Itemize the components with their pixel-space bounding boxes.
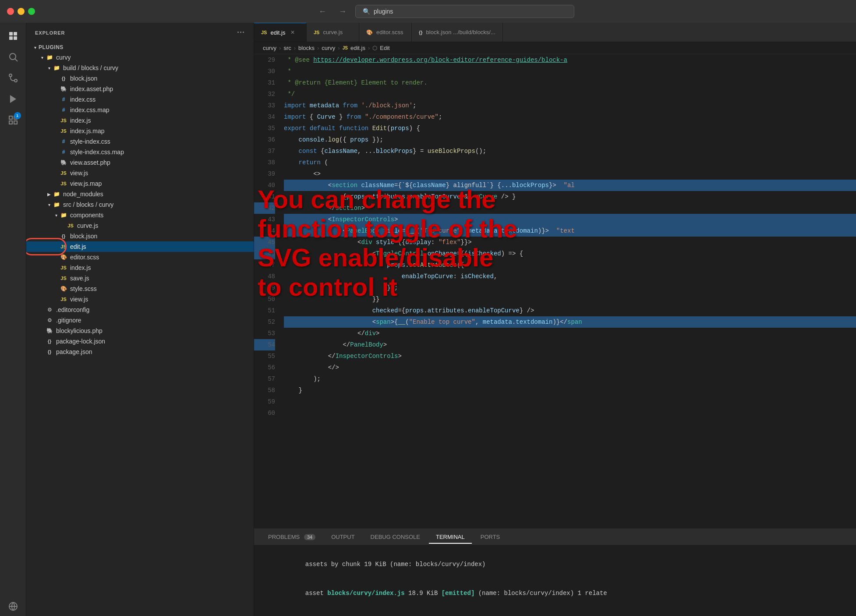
tab-edit-js[interactable]: JS edit.js ✕ xyxy=(254,23,307,42)
sidebar-item-style-index-css[interactable]: # style-index.css xyxy=(26,136,254,147)
sidebar-item-style-index-css-map[interactable]: # style-index.css.map xyxy=(26,147,254,157)
code-line-57: </InspectorControls> xyxy=(284,350,856,362)
sidebar-item-build-blocks-curvy[interactable]: ▾ 📁 build / blocks / curvy xyxy=(26,63,254,73)
sidebar-item-blockylicious-php[interactable]: 🐘 blockylicious.php xyxy=(26,326,254,336)
sidebar-item-src-blocks-curvy[interactable]: ▾ 📁 src / blocks / curvy xyxy=(26,199,254,210)
tab-close-icon[interactable]: ✕ xyxy=(289,28,297,36)
sidebar-item-curve-js[interactable]: JS curve.js xyxy=(26,220,254,231)
sidebar-item-index-js-map[interactable]: JS index.js.map xyxy=(26,126,254,136)
js-icon: JS xyxy=(60,169,67,177)
maximize-button[interactable] xyxy=(28,8,35,15)
tab-curve-js-label: curve.js xyxy=(323,29,343,35)
forward-button[interactable]: → xyxy=(335,5,350,18)
svg-point-4 xyxy=(10,53,16,60)
sidebar-item-index-js-build[interactable]: JS index.js xyxy=(26,115,254,126)
breadcrumb-edit-fn[interactable]: Edit xyxy=(380,45,389,51)
sidebar-item-components[interactable]: ▾ 📁 components xyxy=(26,210,254,220)
code-line-29: * @see https://developer.wordpress.org/b… xyxy=(284,54,856,66)
code-line-50: enableTopCurve: isChecked, xyxy=(284,271,856,282)
tab-curve-js[interactable]: JS curve.js xyxy=(307,23,359,42)
sidebar-item-editor-scss[interactable]: 🎨 editor.scss xyxy=(26,252,254,262)
sidebar-item-gitignore[interactable]: ⚙ .gitignore xyxy=(26,315,254,326)
breadcrumb-js-icon: JS xyxy=(343,46,348,50)
config-icon: ⚙ xyxy=(46,306,53,314)
activity-remote[interactable] xyxy=(4,597,23,616)
search-text: plugins xyxy=(374,8,393,15)
tab-block-json[interactable]: {} block.json .../build/blocks/... xyxy=(412,23,503,42)
js-icon: JS xyxy=(60,243,67,251)
code-line-55: </div> xyxy=(284,328,856,339)
sidebar-item-index-js-src[interactable]: JS index.js xyxy=(26,262,254,273)
sidebar-item-index-asset-php[interactable]: 🐘 index.asset.php xyxy=(26,84,254,94)
code-line-59: ); xyxy=(284,373,856,385)
js-icon: JS xyxy=(60,180,67,188)
json-icon: {} xyxy=(60,232,67,240)
breadcrumb-edit-js[interactable]: edit.js xyxy=(350,45,365,51)
js-icon: JS xyxy=(67,222,74,230)
sidebar-item-view-js-src[interactable]: JS view.js xyxy=(26,294,254,304)
scss-icon: 🎨 xyxy=(60,285,67,293)
tab-ports[interactable]: PORTS xyxy=(474,531,507,543)
minimize-button[interactable] xyxy=(18,8,25,15)
code-line-47: <div style={{display: "flex"}}> xyxy=(284,237,856,248)
file-editor-scss: editor.scss xyxy=(70,254,99,261)
chevron-right-icon: ▶ xyxy=(46,191,53,198)
sidebar-item-view-js-map[interactable]: JS view.js.map xyxy=(26,178,254,189)
sidebar-item-index-css-map[interactable]: # index.css.map xyxy=(26,105,254,115)
js-tab-icon: JS xyxy=(261,30,267,35)
code-line-34: import { Curve } from "./components/curv… xyxy=(284,111,856,123)
breadcrumb-blocks[interactable]: blocks xyxy=(298,45,315,51)
tab-output[interactable]: OUTPUT xyxy=(324,531,361,543)
tab-debug-console[interactable]: DEBUG CONSOLE xyxy=(364,531,427,543)
sidebar-item-block-json-build[interactable]: {} block.json xyxy=(26,73,254,84)
activity-extensions[interactable]: 1 xyxy=(4,110,23,130)
file-block-json-src: block.json xyxy=(70,233,97,240)
svg-rect-0 xyxy=(9,32,13,35)
sidebar-item-node-modules[interactable]: ▶ 📁 node_modules xyxy=(26,189,254,199)
js-tab-icon: JS xyxy=(314,30,319,35)
activity-source-control[interactable] xyxy=(4,68,23,88)
folder-icon: 📁 xyxy=(53,190,60,198)
sidebar-item-plugins[interactable]: ▾ PLUGINS xyxy=(26,42,254,52)
file-view-js-build: view.js xyxy=(70,170,88,177)
sidebar-item-view-asset-php[interactable]: 🐘 view.asset.php xyxy=(26,157,254,168)
file-index-asset-php: index.asset.php xyxy=(70,85,113,92)
debug-console-label: DEBUG CONSOLE xyxy=(371,534,420,540)
code-line-32: */ xyxy=(284,89,856,100)
sidebar-item-view-js-build[interactable]: JS view.js xyxy=(26,168,254,178)
code-line-48: <ToggleControl onChange={(isChecked) => … xyxy=(284,248,856,259)
back-button[interactable]: ← xyxy=(315,5,330,18)
breadcrumb-curvy2[interactable]: curvy xyxy=(322,45,335,51)
file-package-lock-json: package-lock.json xyxy=(56,338,105,345)
json-icon: {} xyxy=(46,348,53,356)
activity-explorer[interactable] xyxy=(4,26,23,46)
terminal-line-1: assets by chunk 19 KiB (name: blocks/cur… xyxy=(261,550,849,579)
sidebar-item-package-lock-json[interactable]: {} package-lock.json xyxy=(26,336,254,347)
sidebar-item-edit-js[interactable]: JS edit.js xyxy=(26,241,254,252)
sidebar-item-style-scss[interactable]: 🎨 style.scss xyxy=(26,283,254,294)
tab-problems[interactable]: PROBLEMS 34 xyxy=(261,531,322,543)
breadcrumb-curvy[interactable]: curvy xyxy=(263,45,276,51)
sidebar-item-save-js[interactable]: JS save.js xyxy=(26,273,254,283)
activity-run[interactable] xyxy=(4,89,23,109)
sidebar-item-block-json-src[interactable]: {} block.json xyxy=(26,231,254,241)
php-icon: 🐘 xyxy=(60,159,67,166)
sidebar-item-curvy[interactable]: ▾ 📁 curvy xyxy=(26,52,254,63)
code-editor[interactable]: 29 30 31 32 33 34 35 36 37 38 39 40 41 4… xyxy=(254,54,856,528)
sidebar-item-package-json[interactable]: {} package.json xyxy=(26,347,254,357)
code-line-45: <InspectorControls> xyxy=(284,214,856,225)
sidebar-menu-icon[interactable]: ··· xyxy=(237,28,245,37)
sidebar-item-editorconfig[interactable]: ⚙ .editorconfig xyxy=(26,304,254,315)
code-line-37: console.log({ props }); xyxy=(284,134,856,145)
breadcrumb-src[interactable]: src xyxy=(283,45,291,51)
code-line-33: import metadata from './block.json'; xyxy=(284,100,856,111)
tab-editor-scss[interactable]: 🎨 editor.scss xyxy=(359,23,412,42)
tab-terminal[interactable]: TERMINAL xyxy=(429,531,472,543)
folder-icon: 📁 xyxy=(53,64,60,72)
search-bar[interactable]: 🔍 plugins xyxy=(355,5,574,18)
code-line-49: props.setAttributes({ xyxy=(284,259,856,271)
code-line-52: }} xyxy=(284,294,856,305)
close-button[interactable] xyxy=(7,8,14,15)
activity-search[interactable] xyxy=(4,47,23,67)
sidebar-item-index-css[interactable]: # index.css xyxy=(26,94,254,105)
